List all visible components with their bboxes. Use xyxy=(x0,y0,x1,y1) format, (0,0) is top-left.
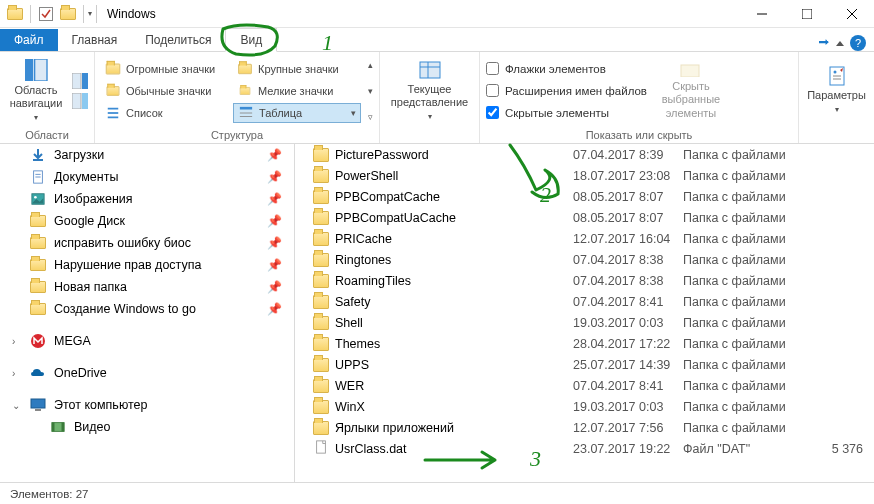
options-button[interactable]: Параметры ▾ xyxy=(805,59,868,123)
layout-details[interactable]: Таблица▾ xyxy=(233,103,361,123)
file-name: PPBCompatUaCache xyxy=(335,211,456,225)
file-type: Папка с файлами xyxy=(683,253,813,267)
folder-icon xyxy=(313,211,329,225)
pin-icon[interactable]: 📌 xyxy=(267,280,282,294)
layout-expand[interactable]: ▿ xyxy=(368,112,373,122)
close-button[interactable] xyxy=(829,0,874,28)
sidebar-item-6[interactable]: Новая папка📌 xyxy=(0,276,294,298)
layout-scroll-up[interactable]: ▴ xyxy=(368,60,373,70)
sidebar-item-0[interactable]: Загрузки📌 xyxy=(0,144,294,166)
file-type: Папка с файлами xyxy=(683,148,813,162)
checkbox-file-extensions[interactable]: Расширения имен файлов xyxy=(486,81,647,101)
folder-icon xyxy=(313,358,329,372)
file-name: Shell xyxy=(335,316,363,330)
folder-icon xyxy=(313,337,329,351)
pin-icon[interactable]: 📌 xyxy=(267,236,282,250)
file-type: Папка с файлами xyxy=(683,379,813,393)
tab-home[interactable]: Главная xyxy=(58,29,132,51)
current-view-button[interactable]: Текущее представление ▾ xyxy=(395,59,465,123)
sidebar-item-1[interactable]: Документы📌 xyxy=(0,166,294,188)
properties-checkbox-icon[interactable] xyxy=(35,3,57,25)
sidebar-mega[interactable]: ›MEGA xyxy=(0,330,294,352)
file-row[interactable]: UsrClass.dat23.07.2017 19:22Файл "DAT"5 … xyxy=(295,438,874,459)
file-type: Папка с файлами xyxy=(683,169,813,183)
folder-icon xyxy=(30,213,46,229)
tab-share[interactable]: Поделиться xyxy=(131,29,225,51)
file-size: 5 376 xyxy=(813,442,863,456)
svg-rect-35 xyxy=(62,423,65,432)
svg-rect-1 xyxy=(802,9,812,19)
layout-list[interactable]: Список xyxy=(101,103,229,123)
file-date: 08.05.2017 8:07 xyxy=(573,211,683,225)
sidebar-item-3[interactable]: Google Диск📌 xyxy=(0,210,294,232)
file-type: Папка с файлами xyxy=(683,400,813,414)
file-row[interactable]: RoamingTiles07.04.2017 8:38Папка с файла… xyxy=(295,270,874,291)
file-date: 07.04.2017 8:41 xyxy=(573,379,683,393)
sidebar-onedrive[interactable]: ›OneDrive xyxy=(0,362,294,384)
details-pane-icon[interactable] xyxy=(72,93,88,109)
sidebar-video[interactable]: Видео xyxy=(0,416,294,438)
layout-huge[interactable]: Огромные значки xyxy=(101,59,229,79)
file-date: 28.04.2017 17:22 xyxy=(573,337,683,351)
pin-icon[interactable]: 📌 xyxy=(267,214,282,228)
hide-selected-button: Скрыть выбранные элементы xyxy=(651,59,731,123)
pin-icon[interactable]: 📌 xyxy=(267,170,282,184)
layout-scroll-down[interactable]: ▾ xyxy=(368,86,373,96)
group-panes-label: Области xyxy=(0,129,94,143)
file-row[interactable]: Ярлыки приложений12.07.2017 7:56Папка с … xyxy=(295,417,874,438)
file-type: Папка с файлами xyxy=(683,421,813,435)
folder-icon xyxy=(313,379,329,393)
file-row[interactable]: WER07.04.2017 8:41Папка с файлами xyxy=(295,375,874,396)
sidebar-this-pc[interactable]: ⌄Этот компьютер xyxy=(0,394,294,416)
file-name: WinX xyxy=(335,400,365,414)
file-name: WER xyxy=(335,379,364,393)
file-row[interactable]: Ringtones07.04.2017 8:38Папка с файлами xyxy=(295,249,874,270)
navigation-sidebar[interactable]: Загрузки📌Документы📌Изображения📌Google Ди… xyxy=(0,144,295,482)
sidebar-item-2[interactable]: Изображения📌 xyxy=(0,188,294,210)
navigation-pane-label: Область навигации xyxy=(6,84,66,110)
file-row[interactable]: Shell19.03.2017 0:03Папка с файлами xyxy=(295,312,874,333)
svg-rect-8 xyxy=(72,93,81,109)
file-row[interactable]: WinX19.03.2017 0:03Папка с файлами xyxy=(295,396,874,417)
layout-medium[interactable]: Обычные значки xyxy=(101,81,229,101)
file-row[interactable]: PPBCompatUaCache08.05.2017 8:07Папка с ф… xyxy=(295,207,874,228)
folder-icon xyxy=(313,169,329,183)
pin-icon[interactable]: 📌 xyxy=(267,148,282,162)
folder-icon xyxy=(313,190,329,204)
navigation-pane-button[interactable]: Область навигации ▾ xyxy=(6,59,66,123)
pin-icon[interactable]: ⮕ xyxy=(818,36,830,50)
svg-rect-32 xyxy=(35,409,41,411)
maximize-button[interactable] xyxy=(784,0,829,28)
layout-small[interactable]: Мелкие значки xyxy=(233,81,361,101)
pin-icon[interactable]: 📌 xyxy=(267,302,282,316)
ribbon-collapse-icon[interactable] xyxy=(836,41,844,46)
file-row[interactable]: Themes28.04.2017 17:22Папка с файлами xyxy=(295,333,874,354)
sidebar-item-7[interactable]: Создание Windows to go📌 xyxy=(0,298,294,320)
file-type: Папка с файлами xyxy=(683,295,813,309)
file-type: Папка с файлами xyxy=(683,337,813,351)
file-row[interactable]: PPBCompatCache08.05.2017 8:07Папка с фай… xyxy=(295,186,874,207)
minimize-button[interactable] xyxy=(739,0,784,28)
file-date: 12.07.2017 7:56 xyxy=(573,421,683,435)
folder-icon xyxy=(4,3,26,25)
tab-view[interactable]: Вид xyxy=(225,28,277,52)
file-row[interactable]: PowerShell18.07.2017 23:08Папка с файлам… xyxy=(295,165,874,186)
preview-pane-icon[interactable] xyxy=(72,73,88,89)
sidebar-item-4[interactable]: исправить ошибку биос📌 xyxy=(0,232,294,254)
item-count: Элементов: 27 xyxy=(10,488,88,500)
pin-icon[interactable]: 📌 xyxy=(267,192,282,206)
file-row[interactable]: Safety07.04.2017 8:41Папка с файлами xyxy=(295,291,874,312)
file-row[interactable]: PicturePassword07.04.2017 8:39Папка с фа… xyxy=(295,144,874,165)
svg-rect-13 xyxy=(240,106,252,109)
sidebar-item-5[interactable]: Нарушение прав доступа📌 xyxy=(0,254,294,276)
file-list[interactable]: PicturePassword07.04.2017 8:39Папка с фа… xyxy=(295,144,874,482)
file-row[interactable]: PRICache12.07.2017 16:04Папка с файлами xyxy=(295,228,874,249)
folder-icon xyxy=(30,235,46,251)
file-row[interactable]: UPPS25.07.2017 14:39Папка с файлами xyxy=(295,354,874,375)
tab-file[interactable]: Файл xyxy=(0,29,58,51)
checkbox-item-checkboxes[interactable]: Флажки элементов xyxy=(486,59,647,79)
pin-icon[interactable]: 📌 xyxy=(267,258,282,272)
layout-large[interactable]: Крупные значки xyxy=(233,59,361,79)
help-icon[interactable]: ? xyxy=(850,35,866,51)
checkbox-hidden-items[interactable]: Скрытые элементы xyxy=(486,103,647,123)
